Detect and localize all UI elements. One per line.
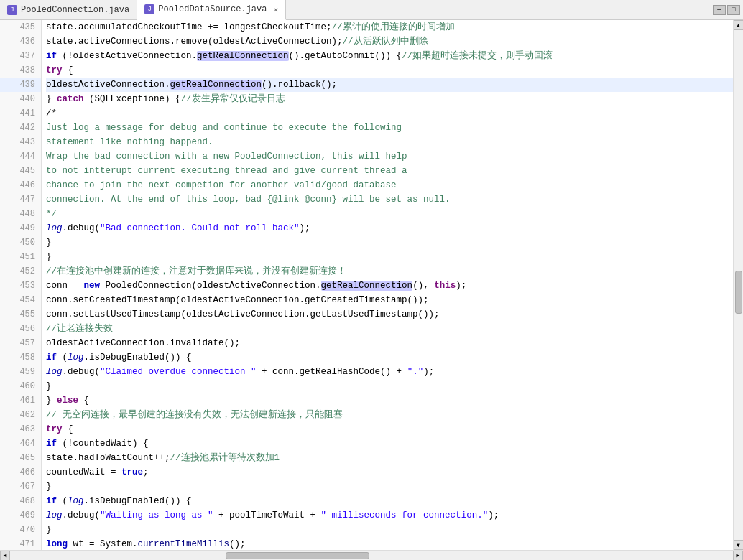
code-token-log: log xyxy=(46,510,63,521)
java-icon-2: J xyxy=(144,4,154,14)
code-token-kw: try xyxy=(46,65,63,75)
maximize-button[interactable]: □ xyxy=(727,5,740,15)
code-token-comment: //让老连接失效 xyxy=(46,324,113,334)
code-line-461: } else { xyxy=(46,393,733,408)
minimize-button[interactable]: — xyxy=(713,5,726,15)
code-line-444: Wrap the bad connection with a new Poole… xyxy=(46,149,733,164)
code-line-471: long wt = System.currentTimeMillis(); xyxy=(46,537,733,550)
line-num-454: 454 xyxy=(0,293,41,307)
code-token-plain: oldestActiveConnection. xyxy=(46,80,170,90)
scroll-up-button[interactable]: ▲ xyxy=(734,20,744,30)
code-line-443: statement like nothing happend. xyxy=(46,135,733,149)
code-token-kw2: if xyxy=(46,51,57,61)
code-content[interactable]: state.accumulatedCheckoutTime += longest… xyxy=(42,20,733,550)
line-num-442: 442 xyxy=(0,121,41,135)
code-token-plain: .isDebugEnabled()) { xyxy=(84,353,192,363)
line-num-469: 469 xyxy=(0,508,41,523)
code-token-plain: + conn.getRealHashCode() + xyxy=(257,367,407,377)
line-num-460: 460 xyxy=(0,379,41,393)
code-line-449: log.debug("Bad connection. Could not rol… xyxy=(46,221,733,235)
code-line-452: //在连接池中创建新的连接，注意对于数据库来说，并没有创建新连接！ xyxy=(46,264,733,279)
scroll-left-button[interactable]: ◀ xyxy=(0,551,10,561)
tab-pooledconnection[interactable]: J PooledConnection.java xyxy=(0,0,137,19)
code-token-comment: //累计的使用连接的时间增加 xyxy=(332,22,455,32)
code-token-plain: ( xyxy=(57,496,68,506)
code-token-plain: } xyxy=(46,238,52,248)
code-token-log: log xyxy=(46,367,63,377)
code-token-string: "Bad connection. Could not roll back" xyxy=(100,223,300,233)
tab-close-button[interactable]: ✕ xyxy=(273,5,278,14)
code-token-method: currentTimeMillis xyxy=(138,539,230,549)
code-token-plain: conn.setLastUsedTimestamp(oldestActiveCo… xyxy=(46,309,440,319)
scroll-thumb-v[interactable] xyxy=(735,271,742,314)
code-token-plain: + poolTimeToWait + xyxy=(213,510,321,521)
code-token-string: " milliseconds for connection." xyxy=(321,510,489,521)
code-token-log: log xyxy=(68,496,84,506)
line-num-452: 452 xyxy=(0,264,41,279)
line-num-468: 468 xyxy=(0,494,41,508)
code-token-plain: (), xyxy=(412,281,434,291)
line-num-446: 446 xyxy=(0,178,41,192)
code-line-468: if (log.isDebugEnabled()) { xyxy=(46,494,733,508)
code-token-plain: } xyxy=(46,482,52,492)
code-token-plain: ( xyxy=(57,353,68,363)
window-controls: — □ xyxy=(713,0,743,19)
code-token-plain: ); xyxy=(423,367,434,377)
code-line-457: oldestActiveConnection.invalidate(); xyxy=(46,336,733,350)
scroll-right-button[interactable]: ▶ xyxy=(733,551,743,561)
code-line-445: to not intterupt current executing threa… xyxy=(46,164,733,178)
code-token-kw2: if xyxy=(46,353,57,363)
code-token-plain: state.accumulatedCheckoutTime += longest… xyxy=(46,22,332,32)
line-num-438: 438 xyxy=(0,63,41,78)
code-line-442: Just log a message for debug and continu… xyxy=(46,121,733,135)
editor-container: J PooledConnection.java J PooledDataSour… xyxy=(0,0,743,560)
code-token-plain: (); xyxy=(229,539,246,549)
code-token-plain: } xyxy=(46,525,52,535)
code-line-470: } xyxy=(46,523,733,537)
code-token-plain: .debug( xyxy=(63,223,101,233)
code-line-441: /* xyxy=(46,106,733,121)
code-token-plain: /* xyxy=(46,108,57,118)
line-num-436: 436 xyxy=(0,34,41,49)
line-num-458: 458 xyxy=(0,350,41,365)
code-token-plain: { xyxy=(78,396,89,406)
vertical-scrollbar[interactable]: ▲ ▼ xyxy=(733,20,743,550)
code-token-kw: try xyxy=(46,424,63,434)
line-num-457: 457 xyxy=(0,336,41,350)
code-token-comment: //如果超时连接未提交，则手动回滚 xyxy=(402,51,553,61)
code-line-438: try { xyxy=(46,63,733,78)
code-token-plain: (!countedWait) { xyxy=(57,439,149,449)
line-num-443: 443 xyxy=(0,135,41,149)
code-token-plain: countedWait = xyxy=(46,467,121,477)
scroll-down-button[interactable]: ▼ xyxy=(734,540,744,550)
code-line-450: } xyxy=(46,235,733,250)
code-area: 4354364374384394404414424434444454464474… xyxy=(0,20,743,550)
code-line-439: oldestActiveConnection.getRealConnection… xyxy=(46,78,733,92)
tab-pooleddatasource[interactable]: J PooledDataSource.java ✕ xyxy=(137,0,286,20)
java-icon-1: J xyxy=(7,5,17,15)
line-num-437: 437 xyxy=(0,49,41,63)
code-line-451: } xyxy=(46,250,733,264)
line-num-444: 444 xyxy=(0,149,41,164)
line-num-435: 435 xyxy=(0,20,41,34)
code-token-kw2: long xyxy=(46,539,68,549)
code-line-437: if (!oldestActiveConnection.getRealConne… xyxy=(46,49,733,63)
scroll-thumb-h[interactable] xyxy=(226,552,369,559)
scroll-track-h xyxy=(10,551,733,561)
code-line-435: state.accumulatedCheckoutTime += longest… xyxy=(46,20,733,34)
code-line-454: conn.setCreatedTimestamp(oldestActiveCon… xyxy=(46,293,733,307)
highlight-span: getRealConnection xyxy=(197,51,289,61)
code-line-453: conn = new PooledConnection(oldestActive… xyxy=(46,279,733,293)
code-line-459: log.debug("Claimed overdue connection " … xyxy=(46,365,733,379)
tab-bar: J PooledConnection.java J PooledDataSour… xyxy=(0,0,743,20)
line-num-448: 448 xyxy=(0,207,41,221)
tab-label-1: PooledConnection.java xyxy=(21,5,129,15)
code-token-plain: state.activeConnections.remove(oldestAct… xyxy=(46,37,343,47)
code-token-comment: chance to join the next competion for an… xyxy=(46,180,397,190)
code-token-plain: (SQLExceptione) { xyxy=(84,94,181,104)
code-token-plain: ; xyxy=(143,467,149,477)
code-token-plain: } xyxy=(46,252,52,262)
horizontal-scrollbar[interactable]: ◀ ▶ xyxy=(0,550,743,560)
line-num-451: 451 xyxy=(0,250,41,264)
line-num-450: 450 xyxy=(0,235,41,250)
